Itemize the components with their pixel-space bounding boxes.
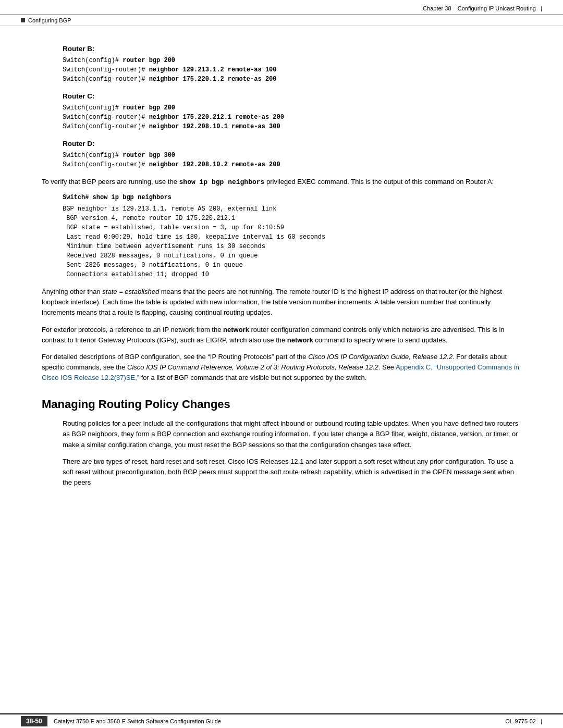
breadcrumb-text: Configuring BGP — [28, 17, 71, 23]
para3-ref1: Cisco IOS IP Configuration Guide, Releas… — [308, 353, 452, 361]
header-separator: | — [541, 5, 542, 11]
chapter-title: Configuring IP Unicast Routing — [458, 5, 536, 11]
prompt-line: Switch# show ip bgp neighbors — [42, 194, 521, 201]
breadcrumb-bar: Configuring BGP — [0, 15, 563, 26]
router-b-line3-cmd: neighbor 175.220.1.2 remote-as 200 — [149, 76, 277, 83]
footer-doc-title: Catalyst 3750-E and 3560-E Switch Softwa… — [54, 718, 221, 724]
router-b-code-prefix: Switch(config)# — [63, 57, 123, 64]
router-c-line3-cmd: neighbor 192.208.10.1 remote-as 300 — [149, 123, 280, 130]
para2-bold1: network — [223, 326, 249, 334]
router-c-code-prefix: Switch(config)# — [63, 104, 123, 112]
router-b-label: Router B: — [42, 45, 521, 53]
router-b-line3-prefix: Switch(config-router)# — [63, 76, 149, 83]
router-c-line2-prefix: Switch(config-router)# — [63, 114, 149, 121]
footer-right: OL-9775-02 | — [505, 718, 542, 724]
page-header: Chapter 38 Configuring IP Unicast Routin… — [0, 0, 563, 15]
router-b-line2-prefix: Switch(config-router)# — [63, 66, 149, 73]
breadcrumb-bullet — [21, 18, 25, 22]
router-c-line2-cmd: neighbor 175.220.212.1 remote-as 200 — [149, 114, 284, 121]
para2-bold2: network — [287, 336, 313, 344]
page-footer: 38-50 Catalyst 3750-E and 3560-E Switch … — [0, 713, 563, 728]
router-d-code-prefix: Switch(config)# — [63, 152, 123, 159]
router-d-line2-cmd: neighbor 192.208.10.2 remote-as 200 — [149, 161, 280, 168]
router-c-code-cmd: router bgp 200 — [123, 104, 175, 112]
bgp-output: BGP neighbor is 129.213.1.1, remote AS 2… — [42, 204, 521, 279]
para4: Routing policies for a peer include all … — [42, 418, 521, 450]
para1-state: state = established — [102, 288, 159, 295]
para2: For exterior protocols, a reference to a… — [42, 325, 521, 346]
verify-para-text2: privileged EXEC command. This is the out… — [264, 178, 494, 186]
router-d-line2-prefix: Switch(config-router)# — [63, 161, 149, 168]
verify-paragraph: To verify that BGP peers are running, us… — [42, 177, 521, 188]
router-b-code-cmd: router bgp 200 — [123, 57, 175, 64]
router-d-code-cmd: router bgp 300 — [123, 152, 175, 159]
chapter-info: Chapter 38 Configuring IP Unicast Routin… — [423, 5, 542, 11]
router-c-line3-prefix: Switch(config-router)# — [63, 123, 149, 130]
chapter-number: Chapter 38 — [423, 5, 451, 11]
router-c-code: Switch(config)# router bgp 200 Switch(co… — [42, 103, 521, 131]
router-b-line2-cmd: neighbor 129.213.1.2 remote-as 100 — [149, 66, 277, 73]
section-heading: Managing Routing Policy Changes — [42, 398, 521, 411]
verify-cmd: show ip bgp neighbors — [179, 178, 265, 186]
page-number-box: 38-50 — [21, 716, 47, 726]
router-c-label: Router C: — [42, 92, 521, 100]
router-d-label: Router D: — [42, 140, 521, 147]
para3: For detailed descriptions of BGP configu… — [42, 352, 521, 383]
footer-doc-number: OL-9775-02 — [505, 718, 536, 724]
main-content: Router B: Switch(config)# router bgp 200… — [0, 26, 563, 525]
router-d-code: Switch(config)# router bgp 300 Switch(co… — [42, 151, 521, 169]
footer-left: 38-50 Catalyst 3750-E and 3560-E Switch … — [21, 718, 221, 725]
para1: Anything other than state = established … — [42, 287, 521, 318]
verify-para-text1: To verify that BGP peers are running, us… — [42, 178, 179, 186]
para5: There are two types of reset, hard reset… — [42, 456, 521, 488]
router-b-code: Switch(config)# router bgp 200 Switch(co… — [42, 56, 521, 84]
footer-right-separator: | — [541, 718, 542, 724]
para3-ref2: Cisco IOS IP Command Reference, Volume 2… — [127, 363, 378, 371]
